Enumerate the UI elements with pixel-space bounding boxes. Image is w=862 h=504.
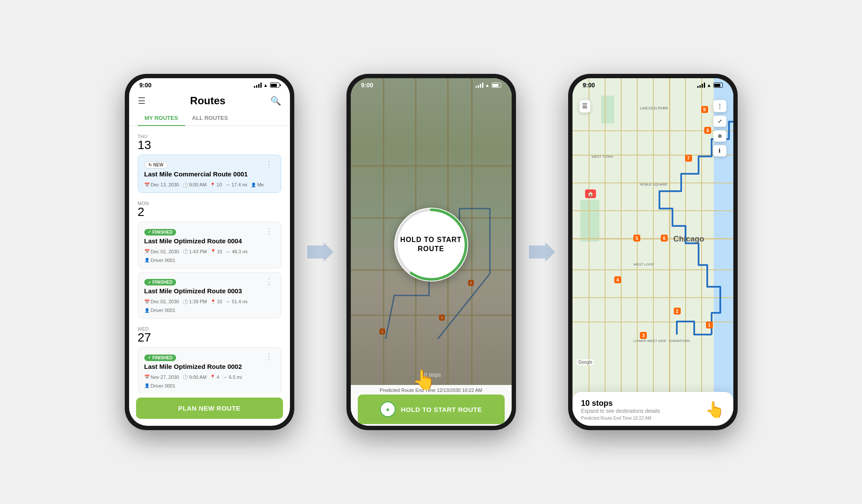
stop-3: 3 [640, 332, 647, 339]
day-number-thu: 13 [138, 139, 151, 151]
route-card-1[interactable]: NEW Last Mile Commercial Route 0001 ⋮ 📅 … [138, 155, 281, 193]
map-view-2: 1 2 3 4 9:00 ▲ [351, 78, 512, 426]
hamburger-menu-3[interactable]: ☰ [579, 100, 590, 113]
route-name-3: Last Mile Optimized Route 0003 [144, 287, 242, 295]
stops-1: 📍 10 [210, 182, 222, 187]
info-btn[interactable]: ℹ [713, 145, 726, 156]
day-number-mon: 2 [138, 206, 149, 218]
route-name-2: Last Mile Optimized Route 0004 [144, 237, 242, 245]
route-group-mon: MON 2 FINISHED Last Mile Optimized Route… [129, 193, 290, 269]
day-header-wed: WED 27 [138, 325, 281, 344]
locate-btn[interactable]: ⊕ [713, 130, 726, 142]
route-meta-4: 📅 Nov 27, 2030 🕐 9:00 AM 📍 4 ↔ 6.5 mi 👤 … [144, 375, 275, 388]
routes-tabs: MY ROUTES ALL ROUTES [129, 110, 290, 126]
more-options-map[interactable]: ⋮ [713, 100, 726, 112]
hold-circle-container: HOLD TO START ROUTE [394, 208, 468, 282]
day-header-mon: MON 2 [138, 200, 281, 218]
google-logo: Google [577, 359, 594, 365]
tab-my-routes[interactable]: MY ROUTES [138, 110, 185, 126]
cursor-hand-2: 👆 [412, 368, 436, 391]
chicago-label: Chicago [673, 235, 704, 244]
stop-4: 4 [614, 276, 621, 283]
expand-map-btn[interactable]: ⤢ [713, 116, 726, 127]
date-3: 📅 Dec 02, 2030 [144, 299, 179, 304]
route-meta-3: 📅 Dec 02, 2030 🕐 1:39 PM 📍 10 ↔ 51.4 mi … [144, 299, 275, 313]
tab-all-routes[interactable]: ALL ROUTES [185, 110, 235, 126]
driver-3: 👤 Driver 0001 [144, 308, 176, 313]
chicago-map-view: 9:00 ▲ [572, 78, 733, 426]
wifi-icon-1: ▲ [263, 83, 268, 88]
distance-3: ↔ 51.4 mi [226, 299, 247, 304]
more-options-2[interactable]: ⋮ [263, 227, 275, 235]
badge-finished-2: FINISHED [144, 229, 176, 235]
route-group-wed: WED 27 FINISHED Last Mile Optimized Rout… [129, 318, 290, 393]
stop-9: 9 [701, 106, 708, 113]
route-card-header-1: NEW Last Mile Commercial Route 0001 ⋮ [144, 160, 275, 180]
route-card-header-3: FINISHED Last Mile Optimized Route 0003 … [144, 278, 275, 298]
time-4: 🕐 9:00 AM [183, 375, 206, 380]
route-card-header-2: FINISHED Last Mile Optimized Route 0004 … [144, 227, 275, 247]
route-group-thu: THU 13 NEW Last Mile Commercial Route 00… [129, 126, 290, 193]
menu-icon[interactable]: ☰ [138, 96, 146, 106]
stops-4: 📍 4 [210, 375, 219, 380]
route-group-mon-2: FINISHED Last Mile Optimized Route 0003 … [129, 269, 290, 319]
driver-4: 👤 Driver 0001 [144, 383, 176, 388]
route-card-4[interactable]: FINISHED Last Mile Optimized Route 0002 … [138, 347, 281, 393]
date-1: 📅 Dec 13, 2030 [144, 182, 179, 187]
driver-2: 👤 Driver 0001 [144, 258, 176, 263]
stop-2: 2 [674, 308, 681, 315]
driver-1: 👤 Me [251, 182, 264, 187]
routes-list: THU 13 NEW Last Mile Commercial Route 00… [129, 126, 290, 393]
routes-header: ☰ Routes 🔍 [129, 90, 290, 110]
stop-7: 7 [685, 155, 692, 162]
status-time-2: 9:00 [361, 82, 373, 89]
screen-1: 9:00 ▲ ☰ Routes � [129, 78, 290, 426]
plan-new-route-button[interactable]: PLAN NEW ROUTE [136, 398, 283, 419]
distance-1: ↔ 17.4 mi [226, 182, 247, 187]
badge-finished-3: FINISHED [144, 279, 176, 285]
time-2: 🕐 1:43 PM [183, 249, 207, 254]
svg-marker-0 [307, 242, 333, 262]
bottom-bar-2: Predicted Route End Time 12/13/2030 10:2… [351, 385, 512, 426]
route-card-header-4: FINISHED Last Mile Optimized Route 0002 … [144, 353, 275, 373]
status-icons-1: ▲ [254, 83, 280, 88]
home-marker: 🏠 [585, 189, 596, 198]
day-header-thu: THU 13 [138, 133, 281, 151]
more-options-1[interactable]: ⋮ [263, 160, 275, 168]
badge-finished-4: FINISHED [144, 355, 176, 361]
screen-2: 1 2 3 4 9:00 ▲ [351, 78, 512, 426]
screen-3: 9:00 ▲ [572, 78, 733, 426]
phone-1: 9:00 ▲ ☰ Routes � [125, 74, 294, 430]
route-card-2[interactable]: FINISHED Last Mile Optimized Route 0004 … [138, 222, 281, 269]
stop-1: 1 [706, 322, 713, 328]
distance-2: ↔ 48.3 mi [226, 249, 247, 254]
signal-icon-1 [254, 83, 262, 88]
arrow-2 [529, 239, 555, 265]
svg-marker-3 [529, 242, 555, 262]
phone-3: 9:00 ▲ [568, 74, 738, 430]
route-name-4: Last Mile Optimized Route 0002 [144, 363, 242, 370]
search-icon[interactable]: 🔍 [270, 96, 281, 106]
status-time-1: 9:00 [140, 82, 152, 89]
phone-2: 1 2 3 4 9:00 ▲ [346, 74, 516, 430]
date-2: 📅 Dec 02, 2030 [144, 249, 179, 254]
route-meta-1: 📅 Dec 13, 2030 🕐 9:00 AM 📍 10 ↔ 17.4 mi … [144, 182, 275, 187]
routes-title: Routes [190, 95, 225, 107]
day-number-wed: 27 [138, 332, 151, 344]
route-card-3[interactable]: FINISHED Last Mile Optimized Route 0003 … [138, 272, 281, 319]
time-1: 🕐 9:00 AM [183, 182, 206, 187]
distance-4: ↔ 6.5 mi [223, 375, 242, 380]
screens-container: 9:00 ▲ ☰ Routes � [125, 74, 738, 430]
more-options-3[interactable]: ⋮ [263, 278, 275, 285]
hold-circle[interactable]: HOLD TO START ROUTE [394, 208, 468, 282]
hold-to-start-button[interactable]: ● HOLD TO START ROUTE [358, 395, 505, 424]
more-options-4[interactable]: ⋮ [263, 353, 275, 361]
route-meta-2: 📅 Dec 02, 2030 🕐 1:43 PM 📍 10 ↔ 48.3 mi … [144, 249, 275, 263]
status-bar-1: 9:00 ▲ [129, 78, 290, 90]
arrow-1 [307, 239, 333, 265]
stops-2: 📍 10 [210, 249, 222, 254]
battery-icon-1 [270, 83, 280, 88]
time-3: 🕐 1:39 PM [183, 299, 207, 304]
stop-6: 6 [661, 235, 668, 242]
hold-btn-circle: ● [380, 401, 396, 417]
